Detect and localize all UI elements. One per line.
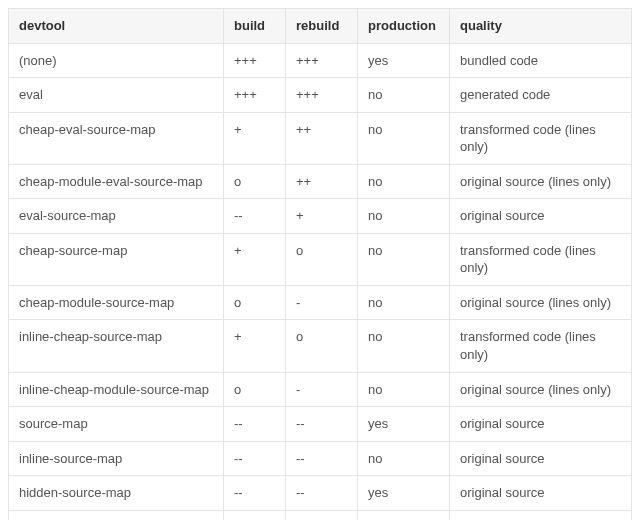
table-row: hidden-source-map----yesoriginal source	[9, 476, 632, 511]
table-row: cheap-module-source-mapo-nooriginal sour…	[9, 285, 632, 320]
table-row: cheap-source-map+onotransformed code (li…	[9, 233, 632, 285]
cell-rebuild: o	[286, 233, 358, 285]
table-row: inline-source-map----nooriginal source	[9, 441, 632, 476]
cell-quality: original source (lines only)	[450, 285, 632, 320]
table-row: nosources-source-map----yeswithout sourc…	[9, 510, 632, 520]
cell-rebuild: -	[286, 372, 358, 407]
cell-quality: bundled code	[450, 43, 632, 78]
cell-rebuild: +++	[286, 43, 358, 78]
cell-quality: transformed code (lines only)	[450, 320, 632, 372]
cell-build: +	[224, 320, 286, 372]
table-row: (none)++++++yesbundled code	[9, 43, 632, 78]
cell-build: --	[224, 441, 286, 476]
cell-devtool: eval-source-map	[9, 199, 224, 234]
cell-production: no	[358, 78, 450, 113]
cell-quality: transformed code (lines only)	[450, 112, 632, 164]
cell-quality: original source	[450, 476, 632, 511]
cell-production: no	[358, 285, 450, 320]
cell-production: no	[358, 199, 450, 234]
cell-devtool: cheap-module-eval-source-map	[9, 164, 224, 199]
cell-quality: original source	[450, 199, 632, 234]
cell-quality: generated code	[450, 78, 632, 113]
col-header-quality: quality	[450, 9, 632, 44]
cell-quality: transformed code (lines only)	[450, 233, 632, 285]
cell-rebuild: +	[286, 199, 358, 234]
cell-devtool: hidden-source-map	[9, 476, 224, 511]
cell-devtool: cheap-module-source-map	[9, 285, 224, 320]
cell-production: no	[358, 320, 450, 372]
table-row: inline-cheap-module-source-mapo-noorigin…	[9, 372, 632, 407]
cell-build: +	[224, 112, 286, 164]
cell-rebuild: --	[286, 407, 358, 442]
cell-build: --	[224, 407, 286, 442]
cell-production: no	[358, 372, 450, 407]
table-row: inline-cheap-source-map+onotransformed c…	[9, 320, 632, 372]
cell-devtool: source-map	[9, 407, 224, 442]
cell-devtool: nosources-source-map	[9, 510, 224, 520]
cell-build: --	[224, 199, 286, 234]
col-header-rebuild: rebuild	[286, 9, 358, 44]
cell-devtool: cheap-eval-source-map	[9, 112, 224, 164]
table-row: cheap-module-eval-source-mapo++noorigina…	[9, 164, 632, 199]
cell-quality: without source content	[450, 510, 632, 520]
cell-devtool: eval	[9, 78, 224, 113]
cell-rebuild: ++	[286, 164, 358, 199]
cell-build: +++	[224, 78, 286, 113]
cell-rebuild: --	[286, 510, 358, 520]
cell-rebuild: ++	[286, 112, 358, 164]
table-row: source-map----yesoriginal source	[9, 407, 632, 442]
cell-production: no	[358, 441, 450, 476]
cell-production: yes	[358, 476, 450, 511]
cell-build: +++	[224, 43, 286, 78]
cell-build: o	[224, 285, 286, 320]
cell-production: no	[358, 164, 450, 199]
cell-quality: original source (lines only)	[450, 164, 632, 199]
table-row: eval-source-map--+nooriginal source	[9, 199, 632, 234]
cell-rebuild: -	[286, 285, 358, 320]
cell-devtool: cheap-source-map	[9, 233, 224, 285]
cell-build: --	[224, 510, 286, 520]
cell-quality: original source	[450, 441, 632, 476]
cell-quality: original source (lines only)	[450, 372, 632, 407]
cell-devtool: inline-source-map	[9, 441, 224, 476]
cell-rebuild: --	[286, 476, 358, 511]
table-body: (none)++++++yesbundled code eval++++++no…	[9, 43, 632, 520]
table-row: eval++++++nogenerated code	[9, 78, 632, 113]
devtool-table: devtool build rebuild production quality…	[8, 8, 632, 520]
table-header-row: devtool build rebuild production quality	[9, 9, 632, 44]
cell-production: yes	[358, 510, 450, 520]
cell-devtool: inline-cheap-source-map	[9, 320, 224, 372]
col-header-devtool: devtool	[9, 9, 224, 44]
cell-build: --	[224, 476, 286, 511]
cell-rebuild: o	[286, 320, 358, 372]
table-row: cheap-eval-source-map+++notransformed co…	[9, 112, 632, 164]
cell-quality: original source	[450, 407, 632, 442]
cell-production: yes	[358, 43, 450, 78]
cell-build: o	[224, 372, 286, 407]
cell-production: no	[358, 112, 450, 164]
col-header-build: build	[224, 9, 286, 44]
cell-production: no	[358, 233, 450, 285]
col-header-production: production	[358, 9, 450, 44]
cell-rebuild: --	[286, 441, 358, 476]
cell-build: o	[224, 164, 286, 199]
cell-build: +	[224, 233, 286, 285]
cell-devtool: (none)	[9, 43, 224, 78]
cell-devtool: inline-cheap-module-source-map	[9, 372, 224, 407]
cell-rebuild: +++	[286, 78, 358, 113]
cell-production: yes	[358, 407, 450, 442]
